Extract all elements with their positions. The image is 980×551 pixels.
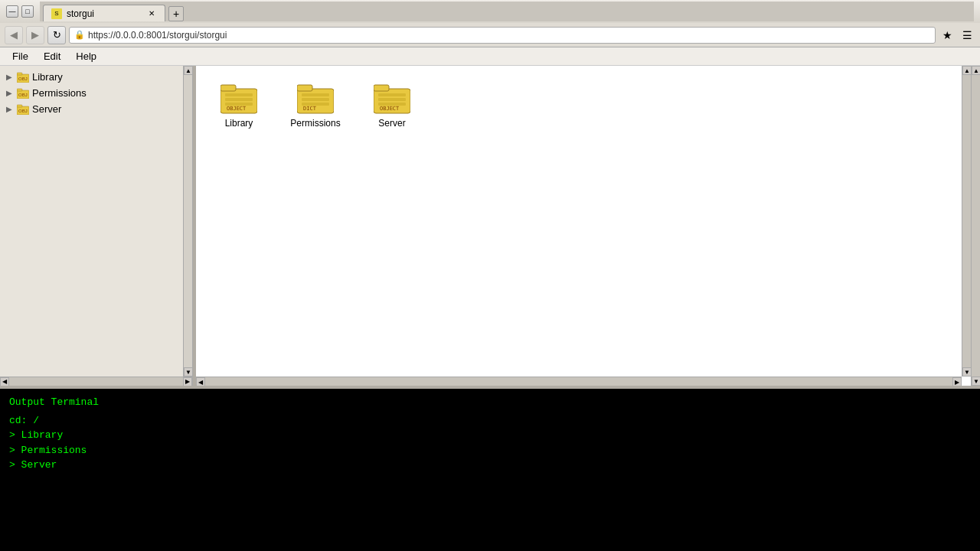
expand-icon-permissions: ▶ <box>6 89 14 97</box>
sidebar-label-library: Library <box>32 71 63 83</box>
minimize-button[interactable]: — <box>6 5 18 18</box>
svg-text:OBJ: OBJ <box>18 93 28 97</box>
folder-label-server: Server <box>378 118 405 129</box>
new-tab-button[interactable]: + <box>168 6 184 21</box>
url-text: https://0.0.0.0:8001/storgui/storgui <box>88 30 227 41</box>
folder-icon-library-large: OBJECT <box>220 83 257 115</box>
folder-icon-permissions-sidebar: OBJ <box>17 88 29 99</box>
filepane-hscroll-left[interactable]: ◀ <box>196 377 205 386</box>
sidebar-label-server: Server <box>32 103 61 115</box>
file-pane-content: OBJECT Library DICT Permissions <box>196 66 971 145</box>
svg-rect-16 <box>297 85 312 91</box>
svg-text:OBJ: OBJ <box>18 77 28 81</box>
sidebar-scroll-down[interactable]: ▼ <box>184 367 193 377</box>
window-controls: — □ <box>6 5 34 18</box>
file-menu[interactable]: File <box>5 49 36 64</box>
hscroll-track[interactable] <box>9 377 183 386</box>
svg-rect-11 <box>225 93 253 96</box>
svg-text:OBJECT: OBJECT <box>380 106 400 112</box>
reload-button[interactable]: ↻ <box>47 26 66 44</box>
folder-permissions[interactable]: DICT Permissions <box>285 78 346 133</box>
edit-menu[interactable]: Edit <box>36 49 68 64</box>
svg-text:OBJ: OBJ <box>18 109 28 113</box>
sidebar-vscroll[interactable]: ▲ ▼ <box>183 66 192 377</box>
main-area: ▶ OBJ Library ▶ OBJ Permissions <box>0 66 980 386</box>
svg-rect-22 <box>374 85 389 91</box>
folder-label-library: Library <box>225 118 253 129</box>
filepane-scroll-track <box>962 75 971 367</box>
sidebar: ▶ OBJ Library ▶ OBJ Permissions <box>0 66 193 386</box>
hscroll-right-button[interactable]: ▶ <box>183 377 192 386</box>
svg-rect-12 <box>225 98 253 101</box>
help-menu[interactable]: Help <box>68 49 104 64</box>
folder-icon-library: OBJ <box>17 72 29 83</box>
outer-scroll-track <box>972 75 980 377</box>
sidebar-item-permissions[interactable]: ▶ OBJ Permissions <box>0 85 183 101</box>
svg-rect-4 <box>17 89 22 91</box>
terminal-line-1: > Library <box>9 428 971 443</box>
sidebar-label-permissions: Permissions <box>32 87 87 99</box>
tab-title: storgui <box>67 8 94 19</box>
browser-menu-button[interactable]: ☰ <box>959 27 975 44</box>
tab-bar: S storgui ✕ + <box>40 2 974 21</box>
sidebar-content: ▶ OBJ Library ▶ OBJ Permissions <box>0 66 192 377</box>
filepane-scroll-up[interactable]: ▲ <box>962 66 971 75</box>
hscroll-left-button[interactable]: ◀ <box>0 377 9 386</box>
active-tab[interactable]: S storgui ✕ <box>43 5 165 21</box>
terminal-line-0: cd: / <box>9 413 971 429</box>
terminal-title: Output Terminal <box>9 395 971 410</box>
url-bar[interactable]: 🔒 https://0.0.0.0:8001/storgui/storgui <box>69 27 936 44</box>
filepane-vscroll[interactable]: ▲ ▼ <box>962 66 971 377</box>
folder-icon-server-sidebar: OBJ <box>17 104 29 115</box>
terminal-line-3: > Server <box>9 458 971 473</box>
filepane-hscroll-track <box>205 377 952 386</box>
svg-rect-18 <box>302 98 329 101</box>
browser-window: — □ S storgui ✕ + ◀ ▶ ↻ 🔒 https://0.0.0.… <box>0 0 980 551</box>
expand-icon-server: ▶ <box>6 105 14 113</box>
svg-rect-1 <box>17 73 22 75</box>
folder-label-permissions: Permissions <box>290 118 340 129</box>
folder-icon-server-large: OBJECT <box>374 83 410 115</box>
app-menubar: File Edit Help <box>0 47 980 66</box>
svg-rect-17 <box>302 93 329 96</box>
svg-rect-24 <box>378 98 406 101</box>
bookmark-button[interactable]: ★ <box>939 27 956 44</box>
folder-library[interactable]: OBJECT Library <box>208 78 270 133</box>
sidebar-hscroll: ◀ ▶ <box>0 377 192 386</box>
tab-favicon: S <box>51 8 62 19</box>
folder-icon-permissions-large: DICT <box>297 83 334 115</box>
title-bar: — □ S storgui ✕ + <box>0 0 980 23</box>
svg-rect-10 <box>220 85 236 91</box>
terminal-line-2: > Permissions <box>9 443 971 458</box>
close-tab-button[interactable]: ✕ <box>146 8 157 19</box>
svg-rect-7 <box>17 105 22 107</box>
svg-text:OBJECT: OBJECT <box>227 106 247 112</box>
terminal-area: Output Terminal cd: / > Library > Permis… <box>0 389 980 551</box>
outer-vscroll[interactable]: ▲ ▼ <box>971 66 980 386</box>
forward-button[interactable]: ▶ <box>26 26 44 44</box>
maximize-button[interactable]: □ <box>21 5 34 18</box>
nav-bar: ◀ ▶ ↻ 🔒 https://0.0.0.0:8001/storgui/sto… <box>0 23 980 47</box>
filepane-hscroll-right[interactable]: ▶ <box>952 377 962 386</box>
file-pane: OBJECT Library DICT Permissions <box>196 66 971 386</box>
filepane-scroll-down[interactable]: ▼ <box>962 367 971 377</box>
sidebar-item-library[interactable]: ▶ OBJ Library <box>0 69 183 85</box>
sidebar-scroll-up[interactable]: ▲ <box>184 66 193 75</box>
svg-text:DICT: DICT <box>303 106 317 112</box>
outer-scroll-down[interactable]: ▼ <box>972 377 980 386</box>
lock-icon: 🔒 <box>74 30 85 40</box>
filepane-hscroll[interactable]: ◀ ▶ <box>196 377 962 386</box>
back-button[interactable]: ◀ <box>5 26 23 44</box>
expand-icon-library: ▶ <box>6 73 14 81</box>
outer-scroll-up[interactable]: ▲ <box>972 66 980 75</box>
svg-rect-23 <box>378 93 406 96</box>
folder-server[interactable]: OBJECT Server <box>361 78 423 133</box>
sidebar-item-server[interactable]: ▶ OBJ Server <box>0 101 183 117</box>
terminal: Output Terminal cd: / > Library > Permis… <box>0 389 980 551</box>
